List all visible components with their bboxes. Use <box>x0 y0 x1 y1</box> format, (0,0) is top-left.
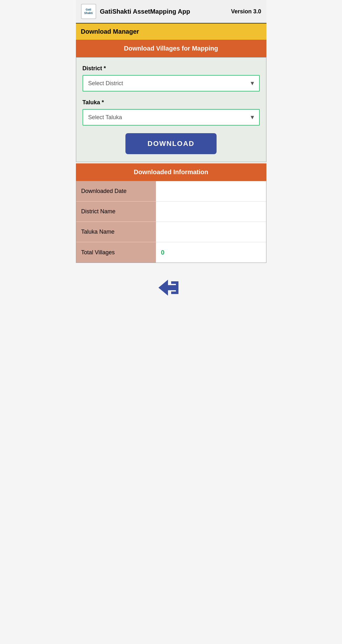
download-button[interactable]: DOWNLOAD <box>125 133 217 154</box>
downloaded-date-value-cell <box>156 181 266 201</box>
svg-rect-2 <box>171 281 178 284</box>
back-button[interactable] <box>158 278 184 297</box>
total-villages-row: Total Villages 0 <box>76 242 266 263</box>
district-label: District * <box>83 65 260 72</box>
info-section-title: Downloaded Information <box>134 168 208 175</box>
total-villages-value: 0 <box>161 249 164 256</box>
app-version: Version 3.0 <box>231 8 261 15</box>
downloaded-date-row: Downloaded Date <box>76 181 266 202</box>
download-form-card: District * Select District ▼ Taluka * Se… <box>76 57 266 162</box>
downloaded-date-label-cell: Downloaded Date <box>76 181 156 201</box>
svg-rect-3 <box>171 291 178 294</box>
taluka-label: Taluka * <box>83 99 260 106</box>
download-manager-label: Download Manager <box>81 28 139 35</box>
total-villages-label: Total Villages <box>81 249 115 256</box>
app-header: Gati Shakti GatiShakti AssetMapping App … <box>76 0 266 24</box>
app-title-group: GatiShakti AssetMapping App Version 3.0 <box>100 8 261 15</box>
district-name-value-cell <box>156 202 266 222</box>
district-select[interactable]: Select District <box>83 75 260 92</box>
back-btn-container <box>76 263 266 312</box>
taluka-name-label: Taluka Name <box>81 229 115 235</box>
district-select-container: Select District ▼ <box>83 75 260 92</box>
download-section-title: Download Villages for Mapping <box>124 45 218 52</box>
download-manager-banner: Download Manager <box>76 24 266 40</box>
taluka-name-row: Taluka Name <box>76 222 266 242</box>
taluka-name-label-cell: Taluka Name <box>76 222 156 242</box>
app-logo: Gati Shakti <box>81 4 96 19</box>
taluka-name-value-cell <box>156 222 266 242</box>
district-name-row: District Name <box>76 202 266 222</box>
taluka-select-container: Select Taluka ▼ <box>83 109 260 126</box>
downloaded-date-label: Downloaded Date <box>81 188 127 195</box>
download-section-header: Download Villages for Mapping <box>76 40 266 57</box>
back-icon <box>158 278 184 297</box>
total-villages-label-cell: Total Villages <box>76 242 156 263</box>
app-title: GatiShakti AssetMapping App <box>100 8 190 15</box>
info-card: Downloaded Date District Name Taluka Nam… <box>76 181 266 263</box>
district-name-label-cell: District Name <box>76 202 156 222</box>
download-btn-container: DOWNLOAD <box>83 133 260 154</box>
taluka-select[interactable]: Select Taluka <box>83 109 260 126</box>
info-section-header: Downloaded Information <box>76 163 266 181</box>
total-villages-value-cell: 0 <box>156 242 266 263</box>
district-name-label: District Name <box>81 208 116 215</box>
